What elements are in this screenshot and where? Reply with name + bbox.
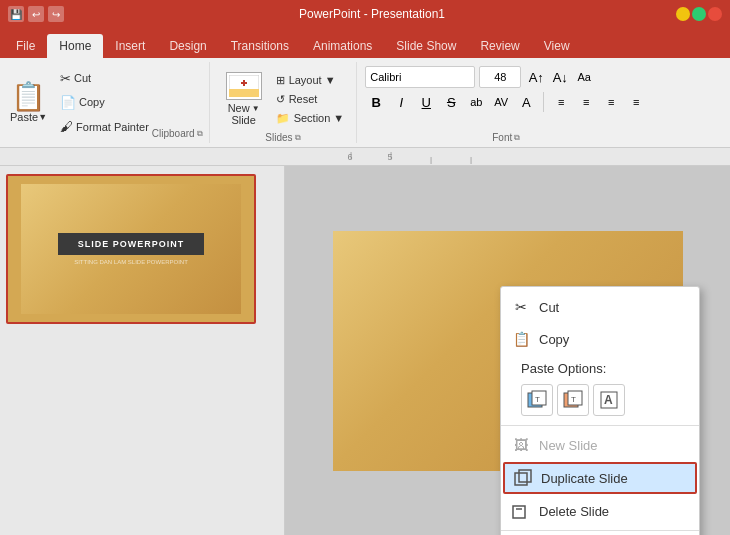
align-center-button[interactable]: ≡ bbox=[575, 91, 597, 113]
decrease-font-button[interactable]: A↓ bbox=[549, 66, 571, 88]
bold-button[interactable]: B bbox=[365, 91, 387, 113]
title-bar-icons: 💾 ↩ ↪ bbox=[8, 6, 64, 22]
paste-opt-1[interactable]: T bbox=[521, 384, 553, 416]
reset-icon: ↺ bbox=[276, 93, 285, 106]
ctx-cut[interactable]: ✂ Cut bbox=[501, 291, 699, 323]
font-color-button[interactable]: A bbox=[515, 91, 537, 113]
close-button[interactable] bbox=[708, 7, 722, 21]
section-icon: 📁 bbox=[276, 112, 290, 125]
undo-icon[interactable]: ↩ bbox=[28, 6, 44, 22]
svg-rect-13 bbox=[519, 470, 531, 482]
paste-opt-3[interactable]: A bbox=[593, 384, 625, 416]
font-size-buttons: A↑ A↓ Aa bbox=[525, 66, 595, 88]
format-painter-label: Format Painter bbox=[76, 121, 149, 133]
ctx-duplicate-slide[interactable]: Duplicate Slide bbox=[503, 462, 697, 494]
section-button[interactable]: 📁 Section ▼ bbox=[272, 110, 349, 127]
slides-group-label: Slides ⧉ bbox=[265, 130, 300, 143]
ctx-new-slide-icon: 🖼 bbox=[511, 435, 531, 455]
tab-transitions[interactable]: Transitions bbox=[219, 34, 301, 58]
font-name-row: A↑ A↓ Aa bbox=[365, 66, 647, 88]
svg-text:T: T bbox=[535, 395, 540, 404]
clipboard-expand-icon[interactable]: ⧉ bbox=[197, 129, 203, 139]
increase-font-button[interactable]: A↑ bbox=[525, 66, 547, 88]
ctx-delete-icon bbox=[511, 501, 531, 521]
layout-button[interactable]: ⊞ Layout ▼ bbox=[272, 72, 349, 89]
tab-animations[interactable]: Animations bbox=[301, 34, 384, 58]
font-size-input[interactable] bbox=[479, 66, 521, 88]
format-painter-icon: 🖌 bbox=[60, 119, 73, 134]
new-slide-arrow: ▼ bbox=[252, 104, 260, 113]
new-slide-label: New ▼ bbox=[228, 102, 260, 114]
align-right-button[interactable]: ≡ bbox=[600, 91, 622, 113]
ctx-new-slide[interactable]: 🖼 New Slide bbox=[501, 429, 699, 461]
tab-insert[interactable]: Insert bbox=[103, 34, 157, 58]
tab-slideshow[interactable]: Slide Show bbox=[384, 34, 468, 58]
ctx-cut-icon: ✂ bbox=[511, 297, 531, 317]
section-label: Section ▼ bbox=[294, 112, 345, 124]
italic-button[interactable]: I bbox=[390, 91, 412, 113]
clipboard-label-text: Clipboard bbox=[152, 128, 195, 139]
svg-text:T: T bbox=[571, 395, 576, 404]
font-label-text: Font bbox=[492, 132, 512, 143]
ruler-mark-6: 6 bbox=[330, 152, 370, 162]
ribbon-tabs: File Home Insert Design Transitions Anim… bbox=[0, 28, 730, 58]
slide-thumb-row: 1 SLIDE POWERPOINT SITTING DAN LAM SLIDE… bbox=[6, 174, 278, 324]
ctx-separator-2 bbox=[501, 530, 699, 531]
separator bbox=[543, 92, 544, 112]
paste-button[interactable]: 📋 Paste ▼ bbox=[6, 81, 51, 125]
paste-options-row: T T A bbox=[511, 380, 689, 420]
new-slide-section: New ▼ Slide ⊞ Layout ▼ ↺ Reset 📁 Section… bbox=[218, 62, 349, 130]
tab-view[interactable]: View bbox=[532, 34, 582, 58]
content-area: ✂ Cut 📋 Copy Paste Options: T T A bbox=[285, 166, 730, 535]
copy-label: Copy bbox=[79, 96, 105, 108]
cut-icon: ✂ bbox=[60, 71, 71, 86]
slides-expand-icon[interactable]: ⧉ bbox=[295, 133, 301, 143]
align-left-button[interactable]: ≡ bbox=[550, 91, 572, 113]
ctx-delete-slide[interactable]: Delete Slide bbox=[501, 495, 699, 527]
ctx-copy[interactable]: 📋 Copy bbox=[501, 323, 699, 355]
underline-button[interactable]: U bbox=[415, 91, 437, 113]
strikethrough-button[interactable]: S bbox=[440, 91, 462, 113]
redo-icon[interactable]: ↪ bbox=[48, 6, 64, 22]
slide-title: SLIDE POWERPOINT bbox=[78, 239, 185, 249]
clipboard-group: 📋 Paste ▼ ✂ Cut 📄 Copy 🖌 Format Painter … bbox=[0, 62, 210, 143]
ctx-separator-1 bbox=[501, 425, 699, 426]
slide-content: SLIDE POWERPOINT SITTING DAN LAM SLIDE P… bbox=[21, 184, 241, 314]
slide-title-bar: SLIDE POWERPOINT bbox=[58, 233, 205, 255]
shadow-button[interactable]: ab bbox=[465, 91, 487, 113]
svg-rect-12 bbox=[515, 473, 527, 485]
slide-subtitle: SITTING DAN LAM SLIDE POWERPOINT bbox=[74, 259, 188, 265]
layout-label: Layout ▼ bbox=[289, 74, 336, 86]
reset-button[interactable]: ↺ Reset bbox=[272, 91, 349, 108]
ctx-duplicate-label: Duplicate Slide bbox=[541, 471, 628, 486]
ctx-cut-label: Cut bbox=[539, 300, 559, 315]
reset-label: Reset bbox=[289, 93, 318, 105]
slide-label-text: Slide bbox=[231, 114, 255, 126]
new-slide-button[interactable]: New ▼ Slide bbox=[218, 68, 270, 130]
format-painter-button[interactable]: 🖌 Format Painter bbox=[57, 118, 152, 135]
copy-button[interactable]: 📄 Copy bbox=[57, 94, 152, 111]
font-expand-icon[interactable]: ⧉ bbox=[514, 133, 520, 143]
main-area: 1 SLIDE POWERPOINT SITTING DAN LAM SLIDE… bbox=[0, 166, 730, 535]
tab-design[interactable]: Design bbox=[157, 34, 218, 58]
font-name-input[interactable] bbox=[365, 66, 475, 88]
paste-opt-2[interactable]: T bbox=[557, 384, 589, 416]
clear-format-button[interactable]: Aa bbox=[573, 66, 595, 88]
ctx-copy-label: Copy bbox=[539, 332, 569, 347]
paste-options-label: Paste Options: bbox=[511, 357, 689, 380]
minimize-button[interactable] bbox=[676, 7, 690, 21]
spacing-button[interactable]: AV bbox=[490, 91, 512, 113]
layout-icon: ⊞ bbox=[276, 74, 285, 87]
new-slide-icon bbox=[226, 72, 262, 100]
new-label: New bbox=[228, 102, 250, 114]
cut-button[interactable]: ✂ Cut bbox=[57, 70, 152, 87]
paste-options-section: Paste Options: T T A bbox=[501, 355, 699, 422]
justify-button[interactable]: ≡ bbox=[625, 91, 647, 113]
maximize-button[interactable] bbox=[692, 7, 706, 21]
paste-label: Paste ▼ bbox=[10, 111, 47, 123]
tab-home[interactable]: Home bbox=[47, 34, 103, 58]
slide-thumbnail[interactable]: SLIDE POWERPOINT SITTING DAN LAM SLIDE P… bbox=[6, 174, 256, 324]
tab-file[interactable]: File bbox=[4, 34, 47, 58]
save-icon[interactable]: 💾 bbox=[8, 6, 24, 22]
tab-review[interactable]: Review bbox=[468, 34, 531, 58]
